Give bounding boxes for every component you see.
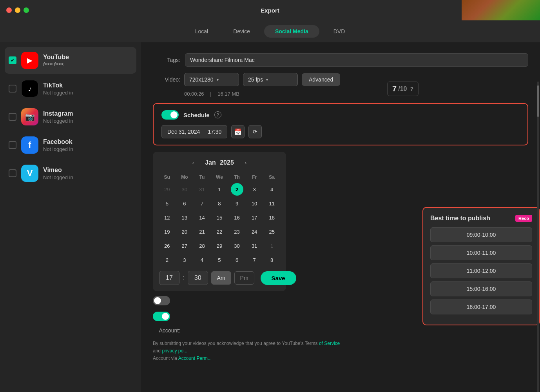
- cal-day-2[interactable]: 2: [231, 183, 243, 196]
- calendar-next-button[interactable]: ›: [242, 158, 250, 167]
- cal-day-12[interactable]: 12: [161, 211, 173, 224]
- cal-day-6b[interactable]: 6: [231, 254, 243, 266]
- sidebar-item-vimeo[interactable]: V Vimeo Not logged in: [5, 160, 136, 187]
- cal-day-9[interactable]: 9: [231, 197, 243, 210]
- second-toggle[interactable]: [153, 296, 170, 305]
- tags-input[interactable]: [185, 53, 528, 67]
- cal-day-30-prev[interactable]: 30: [178, 183, 191, 196]
- tags-label: Tags:: [153, 57, 180, 63]
- cal-day-8[interactable]: 8: [213, 197, 226, 210]
- tab-device[interactable]: Device: [222, 25, 261, 38]
- tab-dvd[interactable]: DVD: [323, 25, 356, 38]
- hour-input[interactable]: 17: [159, 271, 179, 285]
- cal-day-10[interactable]: 10: [248, 197, 261, 210]
- tab-local[interactable]: Local: [184, 25, 219, 38]
- help-score-icon[interactable]: ?: [410, 86, 413, 92]
- privacy-policy-link[interactable]: privacy po...: [162, 348, 187, 354]
- cal-day-20[interactable]: 20: [178, 225, 191, 238]
- facebook-checkbox[interactable]: [9, 141, 16, 149]
- minute-input[interactable]: 30: [188, 271, 208, 285]
- cal-day-29[interactable]: 29: [213, 240, 226, 252]
- clock-icon-btn[interactable]: ⟳: [248, 125, 262, 138]
- scrollbar-thumb[interactable]: [537, 85, 539, 117]
- cal-day-2b[interactable]: 2: [161, 254, 173, 266]
- resolution-select[interactable]: 720x1280 ▾: [184, 73, 239, 86]
- cal-header-we: We: [212, 173, 228, 181]
- youtube-checkbox[interactable]: ✓: [9, 56, 16, 64]
- best-time-header: Best time to publish Reco: [430, 215, 532, 222]
- clock-icon: ⟳: [253, 129, 257, 135]
- sidebar-item-youtube[interactable]: ✓ ▶ YouTube f••••• f•••••.: [5, 47, 136, 74]
- calendar-icon: 📅: [234, 128, 242, 136]
- schedule-help-icon[interactable]: ?: [214, 111, 221, 118]
- save-button[interactable]: Save: [261, 271, 296, 285]
- account-permissions-link[interactable]: Account Perm...: [178, 356, 212, 361]
- cal-day-25[interactable]: 25: [266, 225, 278, 238]
- cal-day-24[interactable]: 24: [248, 225, 261, 238]
- cal-day-21[interactable]: 21: [196, 225, 208, 238]
- cal-day-3b[interactable]: 3: [178, 254, 191, 266]
- schedule-toggle[interactable]: [161, 110, 179, 120]
- cal-day-31[interactable]: 31: [248, 240, 261, 252]
- time-slot-1[interactable]: 10:00-11:00: [430, 245, 532, 260]
- tiktok-icon: ♪: [21, 80, 38, 97]
- platform-sidebar: ✓ ▶ YouTube f••••• f•••••. ♪ TikTok Not …: [0, 42, 141, 392]
- sidebar-item-instagram[interactable]: 📷 Instagram Not logged in: [5, 103, 136, 130]
- cal-day-4b[interactable]: 4: [196, 254, 208, 266]
- cal-day-27[interactable]: 27: [178, 240, 191, 252]
- cal-day-3[interactable]: 3: [248, 183, 261, 196]
- date-display[interactable]: Dec 31, 2024 17:30: [161, 125, 227, 138]
- third-toggle[interactable]: [153, 312, 170, 321]
- vimeo-status: Not logged in: [43, 174, 132, 180]
- instagram-checkbox[interactable]: [9, 113, 16, 121]
- cal-day-6[interactable]: 6: [178, 197, 191, 210]
- cal-day-30[interactable]: 30: [231, 240, 243, 252]
- calendar-prev-button[interactable]: ‹: [189, 158, 198, 167]
- calendar-year: 2025: [220, 159, 234, 166]
- tab-social-media[interactable]: Social Media: [264, 25, 319, 38]
- cal-day-8b[interactable]: 8: [266, 254, 278, 266]
- close-button[interactable]: [6, 7, 12, 13]
- cal-day-14[interactable]: 14: [196, 211, 208, 224]
- cal-day-13[interactable]: 13: [178, 211, 191, 224]
- cal-day-17[interactable]: 17: [248, 211, 261, 224]
- fps-select[interactable]: 25 fps ▾: [243, 73, 298, 86]
- pm-button[interactable]: Pm: [234, 271, 254, 285]
- terms-text: By submitting your videos you acknowledg…: [153, 340, 349, 363]
- sidebar-item-tiktok[interactable]: ♪ TikTok Not logged in: [5, 75, 136, 102]
- cal-day-15[interactable]: 15: [213, 211, 226, 224]
- cal-day-22[interactable]: 22: [213, 225, 226, 238]
- tiktok-checkbox[interactable]: [9, 85, 16, 93]
- cal-day-11[interactable]: 11: [266, 197, 278, 210]
- cal-day-23[interactable]: 23: [231, 225, 243, 238]
- calendar-icon-btn[interactable]: 📅: [231, 125, 245, 138]
- time-slot-0[interactable]: 09:00-10:00: [430, 227, 532, 242]
- cal-day-5[interactable]: 5: [161, 197, 173, 210]
- vimeo-checkbox[interactable]: [9, 169, 16, 177]
- cal-day-26[interactable]: 26: [161, 240, 173, 252]
- terms-of-service-link[interactable]: of Service: [319, 341, 340, 346]
- time-slot-3[interactable]: 15:00-16:00: [430, 281, 532, 296]
- cal-day-7[interactable]: 7: [196, 197, 208, 210]
- best-time-panel: Best time to publish Reco 09:00-10:00 10…: [422, 207, 540, 325]
- cal-day-28[interactable]: 28: [196, 240, 208, 252]
- cal-day-7b[interactable]: 7: [248, 254, 261, 266]
- cal-day-18[interactable]: 18: [266, 211, 278, 224]
- maximize-button[interactable]: [24, 7, 29, 13]
- cal-day-1[interactable]: 1: [213, 183, 226, 196]
- cal-day-31-prev[interactable]: 31: [196, 183, 208, 196]
- cal-day-1-next[interactable]: 1: [266, 240, 278, 252]
- sidebar-item-facebook[interactable]: f Facebook Not logged in: [5, 132, 136, 158]
- time-slot-2[interactable]: 11:00-12:00: [430, 263, 532, 278]
- calendar: ‹ Jan 2025 › Su Mo Tu We Th Fr Sa 29 30: [153, 152, 286, 291]
- cal-day-19[interactable]: 19: [161, 225, 173, 238]
- minimize-button[interactable]: [15, 7, 20, 13]
- cal-day-29-prev[interactable]: 29: [161, 183, 173, 196]
- cal-day-5b[interactable]: 5: [213, 254, 226, 266]
- am-button[interactable]: Am: [211, 271, 231, 285]
- time-slot-4[interactable]: 16:00-17:00: [430, 299, 532, 314]
- cal-day-16[interactable]: 16: [231, 211, 243, 224]
- advanced-button[interactable]: Advanced: [302, 73, 340, 86]
- cal-day-4[interactable]: 4: [266, 183, 278, 196]
- score-value: 7: [392, 84, 397, 93]
